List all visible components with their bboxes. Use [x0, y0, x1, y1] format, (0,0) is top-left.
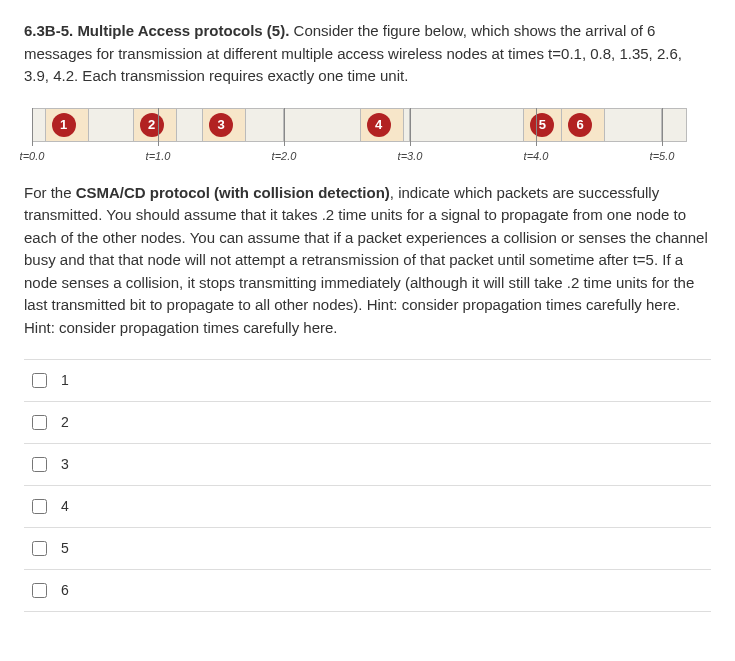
- question-title-text: Multiple Access protocols (5).: [77, 22, 289, 39]
- body-prefix: For the: [24, 184, 76, 201]
- packet-marker-5: 5: [530, 113, 554, 137]
- question-number: 6.3B-5.: [24, 22, 73, 39]
- option-label: 1: [61, 370, 69, 391]
- option-row-6: 6: [24, 570, 711, 612]
- timeline-band: [662, 108, 687, 142]
- packet-marker-1: 1: [52, 113, 76, 137]
- option-checkbox-4[interactable]: [32, 499, 47, 514]
- tick-label: t=0.0: [20, 148, 45, 165]
- option-checkbox-1[interactable]: [32, 373, 47, 388]
- tick: [32, 108, 33, 146]
- option-row-2: 2: [24, 402, 711, 444]
- tick: [284, 108, 285, 146]
- option-label: 2: [61, 412, 69, 433]
- tick: [536, 108, 537, 146]
- option-label: 4: [61, 496, 69, 517]
- tick: [158, 108, 159, 146]
- tick-label: t=2.0: [272, 148, 297, 165]
- packet-marker-4: 4: [367, 113, 391, 137]
- question-intro: 6.3B-5. Multiple Access protocols (5). C…: [24, 20, 711, 88]
- option-row-3: 3: [24, 444, 711, 486]
- question-body: For the CSMA/CD protocol (with collision…: [24, 182, 711, 340]
- timeline-band: [410, 108, 536, 142]
- timeline-diagram: 123456t=0.0t=1.0t=2.0t=3.0t=4.0t=5.0: [32, 108, 692, 168]
- tick: [662, 108, 663, 146]
- option-checkbox-5[interactable]: [32, 541, 47, 556]
- option-row-1: 1: [24, 359, 711, 402]
- body-bold: CSMA/CD protocol (with collision detecti…: [76, 184, 390, 201]
- tick: [410, 108, 411, 146]
- option-row-4: 4: [24, 486, 711, 528]
- body-rest: , indicate which packets are successfull…: [24, 184, 708, 336]
- answer-options: 123456: [24, 359, 711, 612]
- tick-label: t=3.0: [398, 148, 423, 165]
- option-label: 3: [61, 454, 69, 475]
- tick-label: t=1.0: [146, 148, 171, 165]
- option-checkbox-6[interactable]: [32, 583, 47, 598]
- option-label: 6: [61, 580, 69, 601]
- option-row-5: 5: [24, 528, 711, 570]
- tick-label: t=5.0: [650, 148, 675, 165]
- option-checkbox-2[interactable]: [32, 415, 47, 430]
- option-checkbox-3[interactable]: [32, 457, 47, 472]
- packet-marker-3: 3: [209, 113, 233, 137]
- packet-marker-2: 2: [140, 113, 164, 137]
- tick-label: t=4.0: [524, 148, 549, 165]
- option-label: 5: [61, 538, 69, 559]
- packet-marker-6: 6: [568, 113, 592, 137]
